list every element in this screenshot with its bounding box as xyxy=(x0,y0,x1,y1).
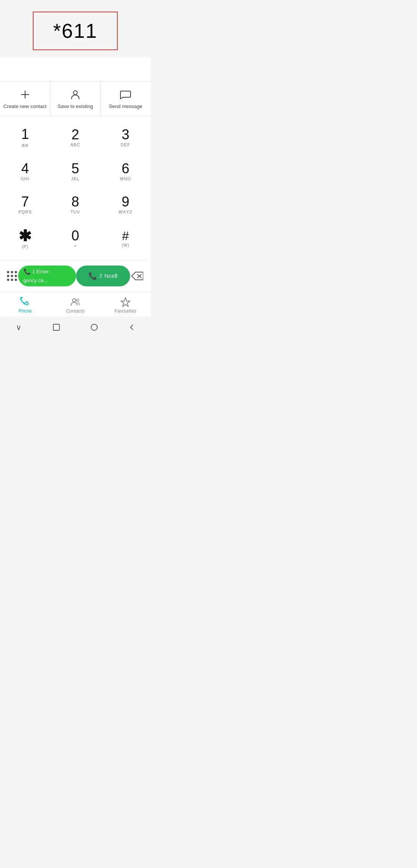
phone-icon-emergency: 📞 xyxy=(24,268,31,275)
key-7[interactable]: 7 PQRS xyxy=(0,188,50,221)
keypad: 1 ⌀⌀ 2 ABC 3 DEF 4 GHI 5 JKL 6 MNO 7 PQR… xyxy=(0,117,151,260)
dial-number-box: *611 xyxy=(33,12,118,50)
back-button[interactable] xyxy=(124,321,139,333)
recents-icon xyxy=(53,323,60,331)
backspace-button[interactable] xyxy=(130,267,144,284)
emergency-call-button[interactable]: 📞 1 Emer- gency ca... xyxy=(18,266,76,286)
phone-nav-label: Phone xyxy=(19,308,32,314)
nav-favourites[interactable]: Favourites xyxy=(110,296,141,314)
dial-display: *611 xyxy=(0,0,151,58)
contacts-nav-label: Contacts xyxy=(66,308,84,314)
key-9[interactable]: 9 WXYZ xyxy=(100,188,151,221)
phone-nav-icon xyxy=(20,296,30,307)
dropdown-icon: ∨ xyxy=(16,323,22,332)
nav-phone[interactable]: Phone xyxy=(10,296,41,314)
backspace-icon xyxy=(131,271,143,281)
ncell-number: 2 xyxy=(99,273,102,279)
create-new-contact-label: Create new contact xyxy=(3,103,47,109)
key-star[interactable]: ✱ (P) xyxy=(0,221,50,256)
send-message-button[interactable]: Send message xyxy=(101,81,151,116)
ncell-label: Ncell xyxy=(105,272,117,279)
dial-number: *611 xyxy=(53,20,98,42)
key-0[interactable]: 0 + xyxy=(50,221,100,256)
svg-rect-7 xyxy=(53,324,59,330)
create-new-contact-button[interactable]: Create new contact xyxy=(0,81,50,116)
action-row: Create new contact Save to existing Send… xyxy=(0,81,151,117)
contacts-nav-icon xyxy=(70,296,80,307)
save-to-existing-label: Save to existing xyxy=(58,103,93,109)
home-button[interactable] xyxy=(86,321,102,333)
svg-point-2 xyxy=(73,91,77,95)
send-message-icon xyxy=(120,88,131,100)
key-6[interactable]: 6 MNO xyxy=(100,155,151,188)
emergency-call-label-2: gency ca... xyxy=(24,277,48,284)
save-to-existing-icon xyxy=(70,88,81,100)
system-nav: ∨ xyxy=(0,316,151,337)
ncell-call-button[interactable]: 📞 2 Ncell xyxy=(76,266,130,286)
favourites-nav-label: Favourites xyxy=(115,308,136,314)
recents-button[interactable] xyxy=(49,321,64,333)
svg-point-5 xyxy=(73,299,76,302)
back-icon xyxy=(128,323,136,331)
bottom-actions: 📞 1 Emer- gency ca... 📞 2 Ncell xyxy=(0,260,151,292)
key-8[interactable]: 8 TUV xyxy=(50,188,100,221)
phone-icon-ncell: 📞 xyxy=(88,272,97,280)
svg-point-8 xyxy=(91,324,97,330)
emergency-call-label-1: 1 Emer- xyxy=(32,269,50,274)
key-5[interactable]: 5 JKL xyxy=(50,155,100,188)
key-4[interactable]: 4 GHI xyxy=(0,155,50,188)
dropdown-button[interactable]: ∨ xyxy=(11,321,27,333)
key-hash[interactable]: # (W) xyxy=(100,221,151,256)
create-contact-icon xyxy=(19,88,31,100)
dialpad-toggle-button[interactable] xyxy=(6,269,18,283)
bottom-nav: Phone Contacts Favourites xyxy=(0,292,151,316)
favourites-nav-icon xyxy=(120,296,131,307)
key-2[interactable]: 2 ABC xyxy=(50,120,100,155)
home-icon xyxy=(90,323,98,331)
send-message-label: Send message xyxy=(109,103,142,109)
grid-dots-icon xyxy=(7,271,17,281)
spacer xyxy=(0,58,151,81)
nav-contacts[interactable]: Contacts xyxy=(60,296,91,314)
svg-point-6 xyxy=(76,299,79,301)
key-3[interactable]: 3 DEF xyxy=(100,120,151,155)
save-to-existing-button[interactable]: Save to existing xyxy=(50,81,100,116)
key-1[interactable]: 1 ⌀⌀ xyxy=(0,120,50,155)
